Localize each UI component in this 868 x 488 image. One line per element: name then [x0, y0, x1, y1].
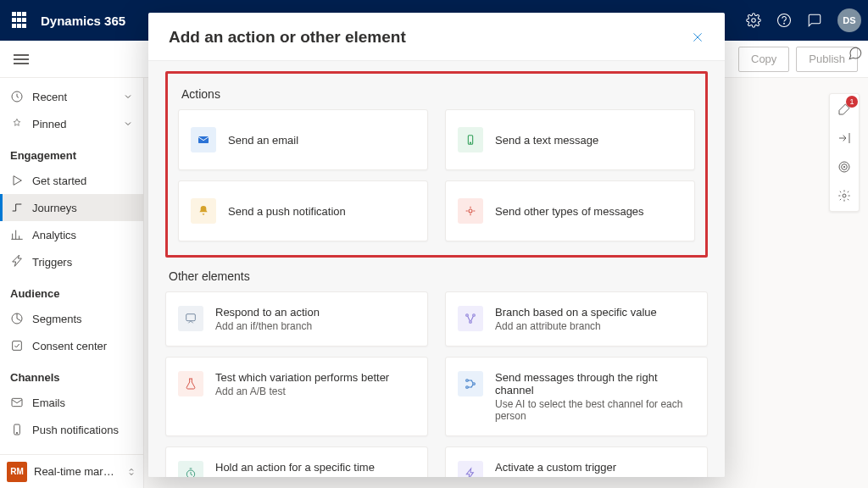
card-title: Send a text message	[495, 134, 598, 147]
card-title: Send other types of messages	[495, 205, 644, 218]
card-title: Send messages through the right channel	[495, 371, 695, 396]
attribute-branch-icon	[458, 306, 483, 331]
card-subtitle: Add a wait	[215, 475, 375, 477]
card-title: Test which variation performs better	[215, 371, 389, 384]
card-title: Branch based on a specific value	[495, 306, 657, 319]
svg-point-16	[470, 142, 470, 143]
svg-point-24	[466, 386, 469, 389]
svg-point-20	[473, 314, 476, 317]
mail-icon	[191, 127, 216, 152]
svg-point-19	[466, 314, 469, 317]
card-ab-test[interactable]: Test which variation performs betterAdd …	[165, 357, 428, 436]
card-hold-action[interactable]: Hold an action for a specific timeAdd a …	[165, 446, 428, 477]
card-right-channel[interactable]: Send messages through the right channelU…	[445, 357, 708, 436]
card-title: Send a push notification	[228, 205, 346, 218]
svg-rect-18	[186, 314, 196, 321]
card-subtitle: Add an if/then branch	[215, 320, 320, 332]
actions-label: Actions	[181, 87, 695, 101]
close-icon[interactable]	[691, 30, 704, 44]
card-custom-trigger[interactable]: Activate a custom triggerTrigger journey…	[445, 446, 708, 477]
channel-icon	[458, 198, 483, 224]
flask-icon	[178, 371, 203, 396]
card-send-push[interactable]: Send a push notification	[178, 180, 428, 241]
card-title: Activate a custom trigger	[495, 461, 692, 474]
card-send-text[interactable]: Send a text message	[445, 109, 695, 170]
svg-rect-14	[198, 136, 209, 143]
card-send-other[interactable]: Send other types of messages	[445, 180, 695, 241]
ai-channel-icon	[458, 371, 483, 396]
card-subtitle: Use AI to select the best channel for ea…	[495, 398, 695, 422]
lightning-icon	[458, 461, 483, 477]
dialog-title: Add an action or other element	[169, 28, 406, 47]
card-send-email[interactable]: Send an email	[178, 109, 428, 170]
card-title: Send an email	[228, 134, 298, 147]
card-subtitle: Add an A/B test	[215, 385, 389, 397]
branch-icon	[178, 306, 203, 331]
card-subtitle: Trigger journeys and Power Automate flow…	[495, 475, 692, 477]
bell-icon	[191, 198, 216, 224]
modal-backdrop: Add an action or other element Actions S…	[0, 0, 868, 488]
other-elements-label: Other elements	[169, 269, 708, 283]
stopwatch-icon	[178, 461, 203, 477]
svg-point-21	[470, 321, 472, 324]
card-branch-value[interactable]: Branch based on a specific valueAdd an a…	[445, 291, 708, 347]
add-element-dialog: Add an action or other element Actions S…	[148, 13, 725, 477]
phone-icon	[458, 127, 483, 152]
card-title: Respond to an action	[215, 306, 320, 319]
card-respond-action[interactable]: Respond to an actionAdd an if/then branc…	[165, 291, 428, 347]
card-subtitle: Add an attribute branch	[495, 320, 657, 332]
svg-point-17	[469, 209, 472, 213]
svg-point-23	[473, 383, 476, 385]
card-title: Hold an action for a specific time	[215, 461, 375, 474]
actions-highlight-box: Actions Send an email Send a text messag…	[165, 71, 708, 258]
svg-point-22	[466, 380, 469, 382]
